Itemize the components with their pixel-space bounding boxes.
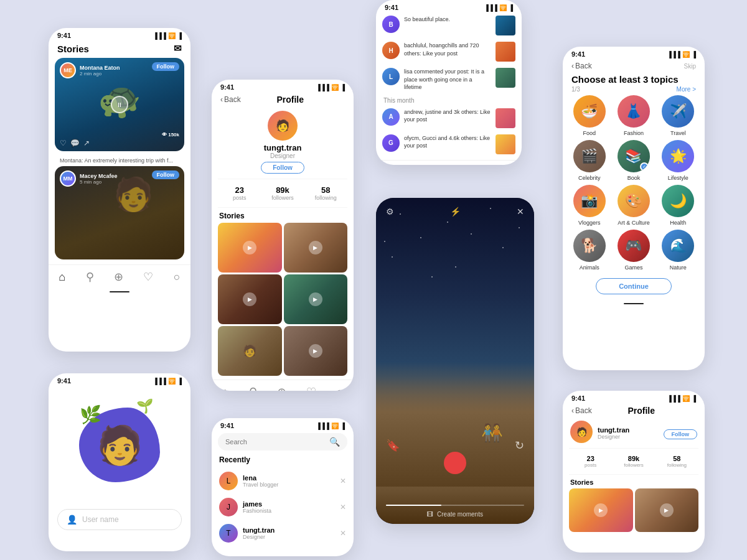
story-name-wrap-1: Montana Eaton 2 min ago xyxy=(80,65,120,77)
topic-travel[interactable]: ✈️ Travel xyxy=(658,95,698,136)
add-nav-icon[interactable]: ⊕ xyxy=(114,270,123,284)
notif-item-2[interactable]: H bachlulul, hoangchills and 720 others:… xyxy=(376,39,522,65)
topic-health[interactable]: 🌙 Health xyxy=(658,185,698,226)
send-icon[interactable]: ✉ xyxy=(174,43,182,54)
back-btn-3[interactable]: ‹ Back xyxy=(220,95,241,104)
continue-btn[interactable]: Continue xyxy=(596,278,672,294)
signal-icon-4: ▐▐▐ xyxy=(316,422,329,429)
close-icon-3[interactable]: ✕ xyxy=(340,529,346,538)
notif-item-1[interactable]: B So beautiful place. xyxy=(376,12,522,39)
topic-fashion[interactable]: 👗 Fashion xyxy=(613,95,654,136)
topic-celebrity[interactable]: 🎬 Celebrity xyxy=(569,140,609,181)
search-input[interactable] xyxy=(225,438,326,446)
add-nav-5[interactable]: ⊕ xyxy=(444,164,452,165)
time-8: 9:41 xyxy=(571,394,585,402)
fashion-circle: 👗 xyxy=(618,95,650,128)
profile-nav-5[interactable]: ○ xyxy=(505,164,511,165)
search-item-3[interactable]: T tungt.tran Designer ✕ xyxy=(212,520,354,546)
story-thumb-6[interactable]: ▶ xyxy=(284,326,348,376)
heart-nav-3[interactable]: ♡ xyxy=(306,385,316,391)
skip-btn[interactable]: Skip xyxy=(684,63,696,70)
search-nav-icon[interactable]: ⚲ xyxy=(86,270,94,284)
topic-vloggers[interactable]: 📸 Vloggers xyxy=(569,185,609,226)
home-nav-5[interactable]: ⌂ xyxy=(387,164,393,165)
follow-btn-1[interactable]: Follow xyxy=(152,62,180,71)
home-nav-3[interactable]: ⌂ xyxy=(222,386,228,391)
story-avatar-2: MM xyxy=(60,170,76,187)
mini-story-thumb-1[interactable]: ▶ xyxy=(569,488,633,532)
topic-nature[interactable]: 🌊 Nature xyxy=(658,230,698,271)
follow-btn-8[interactable]: Follow xyxy=(664,429,698,439)
topic-lifestyle[interactable]: 🌟 Lifestyle xyxy=(658,140,698,181)
mini-story-thumb-2[interactable]: ▶ xyxy=(635,488,699,532)
close-icon-2[interactable]: ✕ xyxy=(340,503,346,511)
pause-btn[interactable]: ⏸ xyxy=(111,96,128,113)
profile-nav-3[interactable]: ○ xyxy=(337,386,344,391)
signal-icon-5: ▐▐▐ xyxy=(484,4,497,11)
back-btn-8[interactable]: ‹ Back xyxy=(571,406,592,415)
story-thumb-3[interactable]: ▶ xyxy=(218,274,282,324)
story-card-2[interactable]: 🧑 MM Macey Mcafee 5 min ago Follow xyxy=(55,166,184,259)
flash-icon[interactable]: ⚡ xyxy=(450,207,461,217)
comment-icon[interactable]: 💬 xyxy=(70,139,80,147)
nature-circle: 🌊 xyxy=(662,230,694,262)
topic-food[interactable]: 🍜 Food xyxy=(569,95,609,136)
search-item-1[interactable]: L lena Travel blogger ✕ xyxy=(212,468,354,494)
profile-stats-3: 23 posts 89k followers 58 following xyxy=(218,179,347,208)
heart-nav-icon[interactable]: ♡ xyxy=(143,270,153,284)
notif-thumb-4 xyxy=(496,108,515,128)
notif-item-3[interactable]: L lisa commented your post: It is a plac… xyxy=(376,65,522,95)
phone-login: 9:41 ▐▐▐ 🛜 ▐ 🌿 🌱 🧑 👤 User name xyxy=(49,373,190,551)
time-4: 9:41 xyxy=(220,422,234,429)
story-thumb-1[interactable]: ▶ xyxy=(218,223,282,273)
story-actions: ♡ 💬 ↗ xyxy=(60,139,90,147)
topics-header: ‹ Back Skip xyxy=(563,59,705,73)
story-thumb-4[interactable]: ▶ xyxy=(284,274,348,324)
home-nav-icon[interactable]: ⌂ xyxy=(59,271,65,284)
share-icon[interactable]: ↗ xyxy=(83,139,90,147)
story-thumb-2[interactable]: ▶ xyxy=(284,223,348,273)
notif-thumb-3 xyxy=(496,68,515,88)
wifi-icon-4: 🛜 xyxy=(331,422,339,429)
stories-header: Stories ✉ xyxy=(49,40,190,58)
following-stat-8: 58 following xyxy=(655,452,698,470)
profile-username-8: tungt.tran xyxy=(598,426,629,434)
status-bar-7: 9:41 ▐▐▐ 🛜 ▐ xyxy=(563,47,705,59)
close-video-icon[interactable]: ✕ xyxy=(517,207,524,217)
topics-more[interactable]: More > xyxy=(677,86,696,93)
record-button[interactable] xyxy=(444,452,466,474)
settings-icon[interactable]: ⚙ xyxy=(386,207,394,217)
add-nav-3[interactable]: ⊕ xyxy=(277,385,286,391)
topic-book[interactable]: 📚 ✓ Book xyxy=(613,140,654,181)
close-icon-1[interactable]: ✕ xyxy=(340,477,346,485)
heart-nav-5[interactable]: ♡ xyxy=(474,164,483,165)
topic-games[interactable]: 🎮 Games xyxy=(613,230,654,271)
create-moments[interactable]: 🎞 Create moments xyxy=(386,511,524,518)
time-7: 9:41 xyxy=(571,50,585,58)
profile-nav-icon[interactable]: ○ xyxy=(174,271,181,284)
username-field[interactable]: 👤 User name xyxy=(57,509,182,530)
bottom-nav-3: ⌂ ⚲ ⊕ ♡ ○ xyxy=(212,380,354,391)
topic-animals[interactable]: 🐕 Animals xyxy=(569,230,609,271)
search-text-3: tungt.tran Designer xyxy=(243,526,335,540)
search-nav-5[interactable]: ⚲ xyxy=(415,164,422,165)
story-thumb-5[interactable]: 🧑 xyxy=(218,326,282,376)
search-text-1: lena Travel blogger xyxy=(243,474,335,488)
back-btn-7[interactable]: ‹ Back xyxy=(571,62,592,70)
search-item-2[interactable]: J james Fashionista ✕ xyxy=(212,494,354,520)
story-card-1[interactable]: 🐢 ME Montana Eaton 2 min ago Follow ⏸ 👁 … xyxy=(55,58,184,151)
topic-art[interactable]: 🎨 Art & Culture xyxy=(613,185,654,226)
search-bar[interactable]: 🔍 xyxy=(218,433,347,450)
user-field-icon: 👤 xyxy=(67,515,77,525)
heart-icon[interactable]: ♡ xyxy=(60,139,67,147)
follow-btn-3[interactable]: Follow xyxy=(261,162,304,174)
refresh-icon[interactable]: ↻ xyxy=(515,439,524,452)
status-bar-3: 9:41 ▐▐▐ 🛜 ▐ xyxy=(212,80,354,92)
animals-circle: 🐕 xyxy=(573,230,606,262)
bookmark-icon[interactable]: 🔖 xyxy=(386,439,400,452)
phone-stories: 9:41 ▐▐▐ 🛜 ▐ Stories ✉ 🐢 ME Montana Eato… xyxy=(49,28,190,352)
follow-btn-2[interactable]: Follow xyxy=(152,170,180,179)
notif-item-4[interactable]: A andrew, justine and 3k others: Like yo… xyxy=(376,105,522,131)
notif-item-5[interactable]: G ofycm, Gucci and 4.6k others: Like you… xyxy=(376,131,522,157)
search-nav-3[interactable]: ⚲ xyxy=(249,385,257,391)
